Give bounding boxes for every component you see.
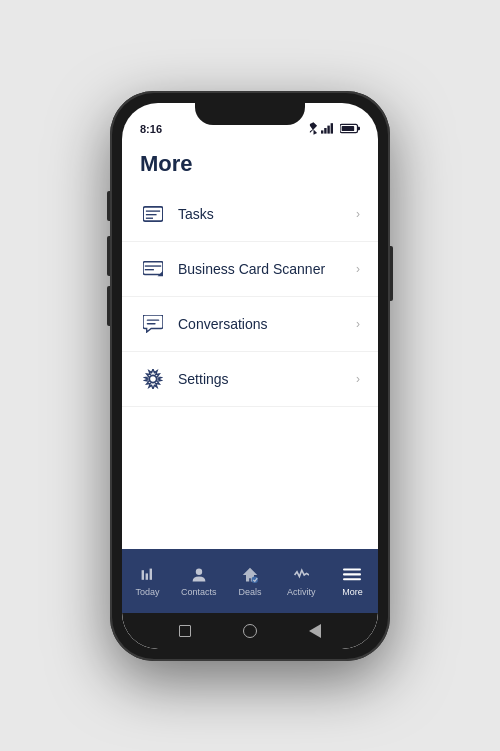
battery-icon	[340, 123, 360, 134]
tasks-label: Tasks	[178, 206, 356, 222]
nav-square-button[interactable]	[176, 622, 194, 640]
status-icons	[309, 122, 360, 135]
volume-up-button	[107, 236, 110, 276]
status-time: 8:16	[140, 123, 162, 135]
signal-icon	[321, 122, 337, 134]
conversations-label: Conversations	[178, 316, 356, 332]
tab-more[interactable]: More	[327, 549, 378, 613]
svg-rect-12	[145, 265, 161, 266]
contacts-tab-icon	[189, 565, 209, 585]
tasks-icon	[140, 201, 166, 227]
more-tab-label: More	[342, 587, 363, 597]
svg-rect-0	[321, 130, 323, 133]
svg-rect-5	[358, 126, 361, 129]
page-header: More	[122, 139, 378, 187]
svg-rect-11	[143, 261, 163, 274]
deals-tab-icon	[240, 565, 260, 585]
settings-icon	[140, 366, 166, 392]
settings-chevron: ›	[356, 372, 360, 386]
conversations-menu-item[interactable]: Conversations ›	[122, 297, 378, 352]
page-title: More	[140, 151, 360, 177]
svg-rect-9	[146, 214, 157, 215]
notch	[195, 103, 305, 125]
contacts-tab-label: Contacts	[181, 587, 217, 597]
svg-rect-2	[327, 126, 329, 134]
business-card-scanner-menu-item[interactable]: Business Card Scanner ›	[122, 242, 378, 297]
tasks-chevron: ›	[356, 207, 360, 221]
conversations-icon	[140, 311, 166, 337]
svg-rect-18	[145, 573, 147, 579]
tab-deals[interactable]: Deals	[224, 549, 275, 613]
nav-back-button[interactable]	[306, 622, 324, 640]
tab-activity[interactable]: Activity	[276, 549, 327, 613]
today-tab-icon	[138, 565, 158, 585]
conversations-chevron: ›	[356, 317, 360, 331]
settings-label: Settings	[178, 371, 356, 387]
svg-rect-10	[146, 217, 153, 218]
svg-rect-13	[145, 269, 154, 270]
activity-tab-icon	[291, 565, 311, 585]
business-card-scanner-label: Business Card Scanner	[178, 261, 356, 277]
power-button	[390, 246, 393, 301]
svg-point-16	[149, 375, 156, 382]
screen-content: More Tasks ›	[122, 139, 378, 549]
svg-rect-19	[149, 568, 151, 579]
svg-rect-23	[343, 573, 361, 575]
tasks-menu-item[interactable]: Tasks ›	[122, 187, 378, 242]
activity-tab-label: Activity	[287, 587, 316, 597]
today-tab-label: Today	[136, 587, 160, 597]
more-tab-icon	[342, 565, 362, 585]
phone-screen: 8:16	[122, 103, 378, 649]
tab-today[interactable]: Today	[122, 549, 173, 613]
business-card-scanner-chevron: ›	[356, 262, 360, 276]
deals-tab-label: Deals	[239, 587, 262, 597]
svg-rect-14	[147, 319, 160, 320]
bottom-nav	[122, 613, 378, 649]
settings-menu-item[interactable]: Settings ›	[122, 352, 378, 407]
tab-bar: Today Contacts	[122, 549, 378, 613]
svg-point-20	[196, 568, 202, 574]
svg-rect-8	[146, 210, 160, 211]
bluetooth-icon	[309, 122, 318, 135]
svg-rect-24	[343, 578, 361, 580]
svg-rect-3	[331, 123, 333, 133]
phone-frame: 8:16	[110, 91, 390, 661]
svg-rect-15	[147, 323, 156, 324]
nav-home-button[interactable]	[241, 622, 259, 640]
volume-down-button	[107, 286, 110, 326]
card-scanner-icon	[140, 256, 166, 282]
svg-rect-17	[141, 570, 143, 580]
svg-rect-22	[343, 568, 361, 570]
svg-rect-6	[342, 126, 355, 131]
menu-list: Tasks › Business Card Scanner ›	[122, 187, 378, 549]
svg-rect-1	[324, 128, 326, 134]
tab-contacts[interactable]: Contacts	[173, 549, 224, 613]
